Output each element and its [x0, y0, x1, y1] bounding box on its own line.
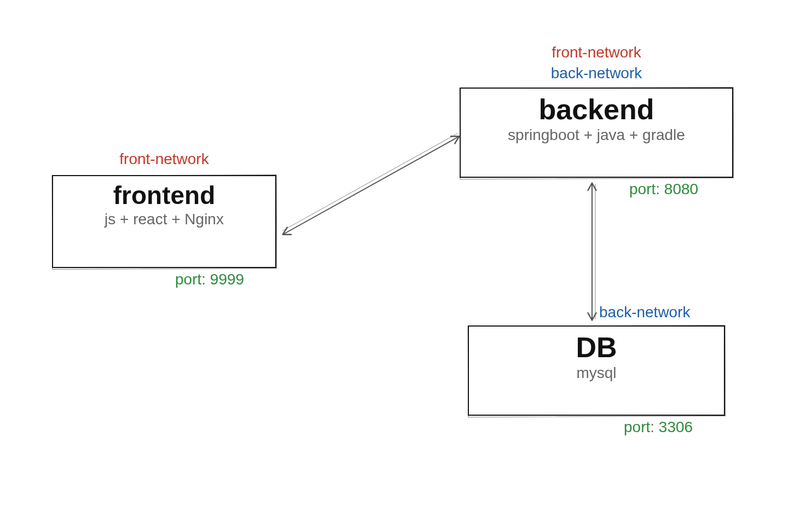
svg-line-0: [283, 137, 459, 234]
db-title: DB: [474, 332, 718, 363]
frontend-title: frontend: [59, 182, 270, 210]
db-network-label-back: back-network: [599, 304, 691, 321]
svg-line-1: [282, 133, 457, 231]
backend-port: port: 8080: [629, 181, 698, 198]
backend-tech: springboot + java + gradle: [466, 126, 727, 144]
db-port: port: 3306: [624, 418, 693, 436]
db-tech: mysql: [474, 364, 718, 382]
backend-network-label-front: front-network: [460, 44, 733, 61]
frontend-tech: js + react + Nginx: [59, 211, 270, 228]
edge-backend-db: [592, 184, 595, 319]
db-node: DB mysql: [468, 325, 725, 416]
frontend-port: port: 9999: [175, 271, 244, 288]
backend-node: backend springboot + java + gradle: [460, 88, 733, 178]
backend-network-label-back: back-network: [460, 65, 733, 82]
frontend-network-label-front: front-network: [60, 150, 268, 168]
backend-title: backend: [466, 94, 727, 125]
frontend-node: frontend js + react + Nginx: [52, 175, 276, 268]
edge-frontend-backend: [282, 133, 459, 234]
